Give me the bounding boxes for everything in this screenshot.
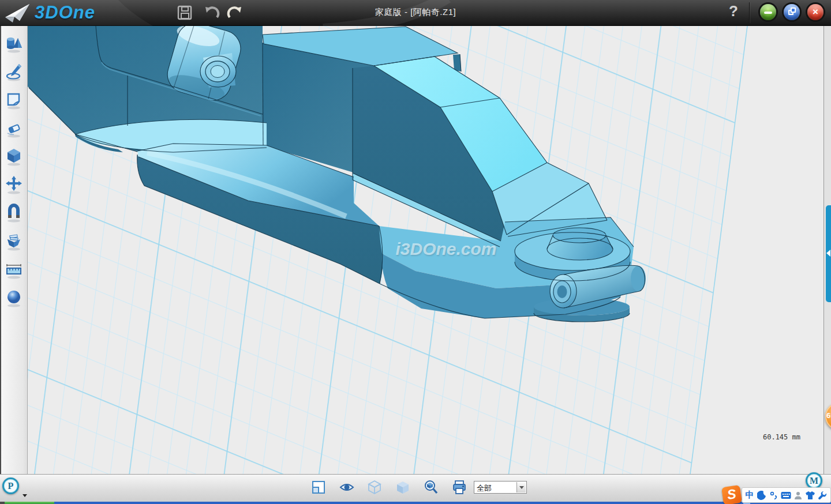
- sidebar-tool-feature[interactable]: [4, 146, 24, 167]
- print-button[interactable]: [452, 480, 467, 495]
- moon-icon: [757, 491, 766, 500]
- dropdown-arrow-button[interactable]: [516, 482, 526, 492]
- combine-box-icon: [4, 231, 24, 252]
- sidebar-tool-sketch-surface[interactable]: [4, 90, 24, 111]
- punctuation-button[interactable]: [769, 490, 779, 501]
- filter-dropdown-value: 全部: [477, 483, 492, 494]
- keyboard-icon: [781, 491, 791, 499]
- left-toolbar: [0, 26, 28, 474]
- taskbar-dark-segment: [0, 502, 5, 504]
- titlebar-separator: [749, 2, 750, 23]
- profile-badge[interactable]: P: [2, 477, 19, 494]
- toolbox-button[interactable]: [817, 490, 828, 501]
- model-badge[interactable]: M: [806, 472, 822, 489]
- shaded-cube-button[interactable]: [395, 480, 410, 495]
- punctuation-icon: [769, 491, 778, 500]
- measure-ruler-icon: [4, 259, 24, 280]
- viewport-svg[interactable]: [28, 26, 823, 474]
- skin-button[interactable]: [805, 490, 815, 501]
- title-bar: 3DOne 家庭版 - [阿帕奇.Z1] ? ×: [0, 0, 831, 26]
- taskbar-strip: [0, 502, 831, 504]
- wireframe-cube-button[interactable]: [367, 480, 382, 495]
- ime-toolbar: 中: [742, 487, 831, 503]
- sidebar-tool-magnet[interactable]: [4, 203, 24, 224]
- sidebar-tool-material[interactable]: [4, 288, 24, 309]
- material-sphere-icon: [4, 288, 24, 309]
- tshirt-icon: [805, 491, 815, 500]
- measurement-readout: 60.145 mm: [748, 433, 800, 441]
- close-button[interactable]: ×: [807, 4, 823, 20]
- window-title: 家庭版 - [阿帕奇.Z1]: [0, 7, 831, 18]
- primitive-solids-icon: [4, 33, 24, 54]
- sidebar-tool-move[interactable]: [4, 175, 24, 195]
- chevron-left-icon: [826, 250, 830, 257]
- community-score-badge[interactable]: 65: [825, 403, 831, 430]
- chinese-mode-button[interactable]: 中: [744, 490, 755, 501]
- right-panel-rail: 65: [823, 26, 831, 474]
- wrench-icon: [818, 491, 827, 500]
- 3done-window: 3DOne 家庭版 - [阿帕奇.Z1] ? ×: [0, 0, 831, 504]
- status-bar: P M: [0, 474, 831, 502]
- reference-plane-button[interactable]: [311, 480, 326, 495]
- sidebar-tool-eraser[interactable]: [4, 118, 24, 139]
- profile-caret[interactable]: [23, 494, 27, 497]
- sidebar-tool-combine[interactable]: [4, 231, 24, 252]
- feature-cube-icon: [4, 146, 24, 167]
- sidebar-tool-measure[interactable]: [4, 259, 24, 280]
- model-viewport[interactable]: i3DOne.com: [28, 26, 823, 474]
- moon-fullhalf-button[interactable]: [757, 490, 767, 501]
- restore-button[interactable]: [784, 4, 800, 20]
- help-button[interactable]: ?: [725, 2, 742, 20]
- taskbar-green-segment: [5, 502, 54, 504]
- eraser-icon: [4, 118, 24, 139]
- user-button[interactable]: [793, 490, 803, 501]
- surface-sheet-icon: [4, 90, 24, 111]
- panel-expand-tab[interactable]: [826, 205, 831, 302]
- minimize-button[interactable]: [760, 4, 776, 20]
- sogou-ime-logo[interactable]: S: [721, 485, 742, 504]
- sidebar-tool-sketch[interactable]: [4, 62, 24, 82]
- sketch-pen-icon: [4, 62, 24, 82]
- sidebar-tool-primitives[interactable]: [4, 33, 24, 54]
- filter-dropdown[interactable]: 全部: [474, 481, 527, 494]
- user-icon: [793, 491, 803, 500]
- keyboard-button[interactable]: [781, 490, 791, 501]
- zoom-search-button[interactable]: [424, 480, 439, 495]
- move-arrows-icon: [4, 175, 24, 195]
- visibility-eye-button[interactable]: [339, 480, 354, 495]
- magnet-icon: [4, 203, 24, 224]
